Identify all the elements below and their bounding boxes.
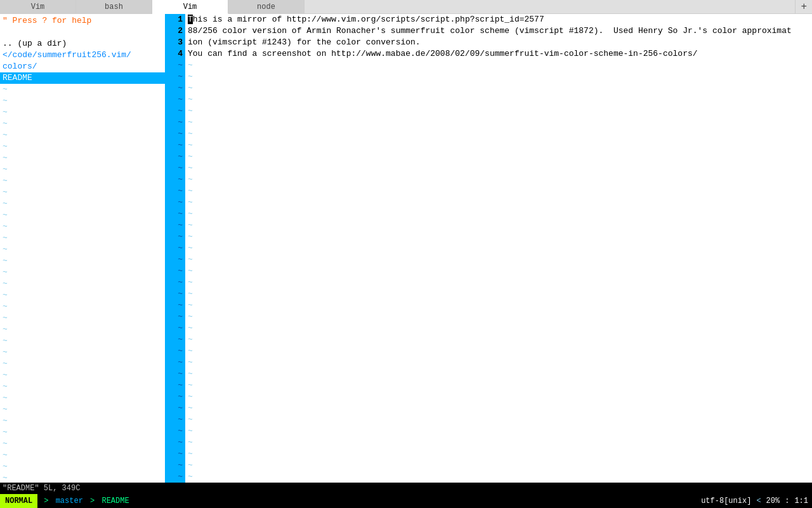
gutter-tilde-23: ~ <box>166 311 185 323</box>
tab-bash[interactable]: bash <box>76 0 152 13</box>
editor-tilde-35: ~ <box>188 448 809 460</box>
editor-tilde-9: ~ <box>188 151 809 163</box>
editor-tilde-21: ~ <box>188 288 809 300</box>
editor-text-area[interactable]: This is a mirror of http://www.vim.org/s… <box>185 14 812 483</box>
editor-line-2: 88/256 color version of Armin Ronacher's… <box>188 25 809 37</box>
nerdtree-tilde-20: ~ <box>0 301 165 312</box>
gutter-tilde-16: ~ <box>166 231 185 243</box>
nerdtree-tilde-32: ~ <box>0 438 165 450</box>
nerdtree-tilde-27: ~ <box>0 381 165 392</box>
encoding-label: utf-8[unix] <box>701 497 751 505</box>
editor-tilde-10: ~ <box>188 163 809 174</box>
nerdtree-tilde-28: ~ <box>0 392 165 404</box>
editor-tilde-2: ~ <box>188 71 809 83</box>
nerdtree-up-dir[interactable]: .. (up a dir) <box>0 38 165 50</box>
gutter-tilde-2: ~ <box>166 71 185 83</box>
nerdtree-colors-dir[interactable]: colors/ <box>0 61 165 72</box>
gutter-tilde-21: ~ <box>166 288 185 300</box>
editor-tilde-22: ~ <box>188 300 809 311</box>
line-num-1: 1 <box>166 14 185 25</box>
gutter-tilde-10: ~ <box>166 163 185 174</box>
editor-tilde-19: ~ <box>188 265 809 277</box>
nerdtree-tilde-26: ~ <box>0 370 165 381</box>
nerdtree-readme-file[interactable]: README <box>0 72 165 84</box>
gutter-tilde-11: ~ <box>166 174 185 185</box>
editor-tilde-37: ~ <box>188 471 809 483</box>
editor-tilde-11: ~ <box>188 174 809 185</box>
gutter-tilde-13: ~ <box>166 197 185 208</box>
nerdtree-help-line: " Press ? for help <box>0 15 165 27</box>
gutter-tilde-36: ~ <box>166 460 185 471</box>
editor-pane: 1 2 3 4 ~ ~ ~ ~ ~ ~ ~ ~ ~ ~ ~ ~ ~ ~ ~ ~ … <box>166 14 812 483</box>
gutter-tilde-17: ~ <box>166 243 185 254</box>
nerdtree-tilde-22: ~ <box>0 324 165 335</box>
gutter-tilde-26: ~ <box>166 345 185 357</box>
gutter-tilde-19: ~ <box>166 265 185 277</box>
gutter-tilde-6: ~ <box>166 117 185 128</box>
gutter-tilde-15: ~ <box>166 220 185 231</box>
line-num-3: 3 <box>166 37 185 48</box>
tab-vim-2[interactable]: Vim <box>152 0 228 14</box>
editor-tilde-13: ~ <box>188 197 809 208</box>
cursor-position: 1:1 <box>794 497 808 505</box>
editor-tilde-7: ~ <box>188 128 809 140</box>
editor-tilde-20: ~ <box>188 277 809 288</box>
editor-line-4: You can find a screenshot on http://www.… <box>188 48 809 60</box>
tab-node[interactable]: node <box>228 0 304 13</box>
line-num-2: 2 <box>166 25 185 37</box>
nerdtree-tilde-10: ~ <box>0 187 165 198</box>
nerdtree-tilde-31: ~ <box>0 427 165 438</box>
gutter-tilde-30: ~ <box>166 391 185 403</box>
mode-bar: NORMAL > master > README utf-8[unix] < 2… <box>0 494 812 508</box>
mode-right-info: utf-8[unix] < 20% : 1:1 <box>697 497 812 505</box>
nerdtree-tilde-1: ~ <box>0 84 165 95</box>
nerdtree-tilde-9: ~ <box>0 175 165 187</box>
nerdtree-tilde-35: ~ <box>0 472 165 483</box>
editor-tilde-28: ~ <box>188 368 809 380</box>
editor-tilde-31: ~ <box>188 403 809 414</box>
nerdtree-tilde-21: ~ <box>0 312 165 324</box>
editor-tilde-36: ~ <box>188 460 809 471</box>
gutter-tilde-9: ~ <box>166 151 185 163</box>
nerdtree-tilde-13: ~ <box>0 221 165 232</box>
editor-tilde-26: ~ <box>188 345 809 357</box>
editor-tilde-32: ~ <box>188 414 809 425</box>
gutter-tilde-32: ~ <box>166 414 185 425</box>
gutter-tilde-4: ~ <box>166 94 185 105</box>
editor-tilde-33: ~ <box>188 425 809 437</box>
vim-mode-indicator: NORMAL <box>0 494 37 508</box>
tab-vim-1[interactable]: Vim <box>0 0 76 13</box>
nerdtree-tilde-2: ~ <box>0 95 165 107</box>
nerdtree-tilde-30: ~ <box>0 415 165 427</box>
nerdtree-tilde-23: ~ <box>0 335 165 347</box>
nerdtree-root-dir[interactable]: </code/summerfruit256.vim/ <box>0 50 165 61</box>
gutter-tilde-7: ~ <box>166 128 185 140</box>
mode-path-area: > master > README <box>37 497 133 505</box>
editor-tilde-29: ~ <box>188 380 809 391</box>
scroll-percent: 20% <box>766 497 780 505</box>
editor-tilde-24: ~ <box>188 323 809 334</box>
position-separator: : <box>785 497 789 505</box>
editor-tilde-4: ~ <box>188 94 809 105</box>
editor-line-1: This is a mirror of http://www.vim.org/s… <box>188 14 809 25</box>
gutter-tilde-33: ~ <box>166 425 185 437</box>
editor-tilde-16: ~ <box>188 231 809 243</box>
editor-tilde-14: ~ <box>188 208 809 220</box>
nerdtree-tilde-11: ~ <box>0 198 165 210</box>
nerdtree-tilde-6: ~ <box>0 141 165 152</box>
editor-tilde-23: ~ <box>188 311 809 323</box>
nerdtree-tilde-25: ~ <box>0 358 165 370</box>
editor-tilde-25: ~ <box>188 334 809 345</box>
gutter-tilde-18: ~ <box>166 254 185 265</box>
tab-add-button[interactable]: + <box>795 0 812 13</box>
nerdtree-tilde-17: ~ <box>0 267 165 278</box>
editor-tilde-8: ~ <box>188 140 809 151</box>
tab-bar: Vim bash Vim node + <box>0 0 812 14</box>
nerdtree-tilde-14: ~ <box>0 232 165 244</box>
editor-tilde-6: ~ <box>188 117 809 128</box>
editor-tilde-3: ~ <box>188 83 809 94</box>
gutter-tilde-3: ~ <box>166 83 185 94</box>
nerdtree-tilde-15: ~ <box>0 244 165 255</box>
editor-tilde-5: ~ <box>188 105 809 117</box>
arrow-1-icon: > <box>44 497 48 505</box>
